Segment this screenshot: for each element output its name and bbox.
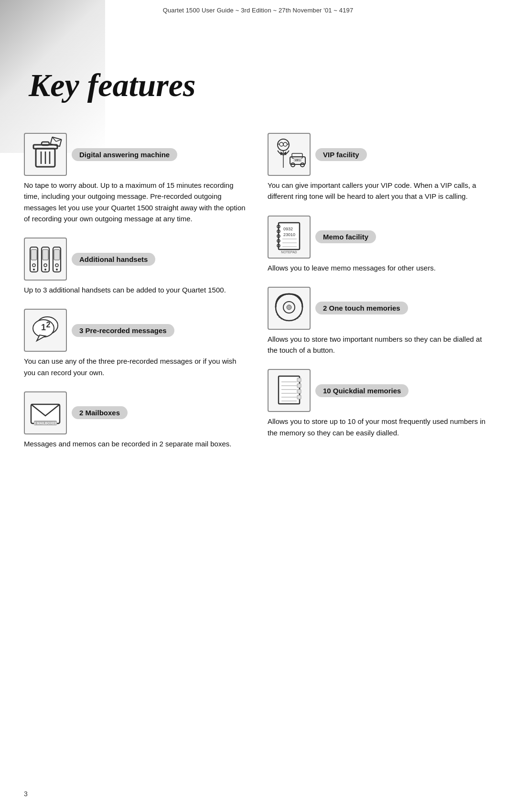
svg-text:VIP.1: VIP.1 — [295, 159, 301, 162]
feature-one-touch-memories: 2 One touch memories Allows you to store… — [268, 287, 492, 356]
feature-header: 10 Quickdial memories — [268, 369, 492, 412]
svg-line-34 — [278, 144, 280, 144]
svg-rect-62 — [297, 378, 301, 382]
digital-answering-machine-icon — [24, 133, 67, 176]
feature-header: 2 MAILBOXES 2 Mailboxes — [24, 391, 248, 434]
one-touch-memories-body: Allows you to store two important number… — [268, 334, 492, 356]
mailboxes-icon: 2 MAILBOXES — [24, 391, 67, 434]
additional-handsets-body: Up to 3 additional handsets can be added… — [24, 284, 248, 295]
feature-mailboxes: 2 MAILBOXES 2 Mailboxes Messages and mem… — [24, 391, 248, 449]
feature-additional-handsets: Additional handsets Up to 3 additional h… — [24, 238, 248, 295]
one-touch-memories-icon — [268, 287, 311, 330]
feature-header: 0932 23010 NOTEPAD Memo facility — [268, 216, 492, 259]
svg-point-12 — [33, 269, 35, 271]
svg-rect-40 — [292, 153, 302, 158]
vip-facility-title: VIP facility — [315, 148, 367, 161]
svg-point-20 — [56, 269, 58, 271]
svg-rect-18 — [54, 249, 60, 260]
svg-rect-2 — [42, 142, 49, 145]
memo-facility-body: Allows you to leave memo messages for ot… — [268, 262, 492, 273]
quickdial-memories-icon — [268, 369, 311, 412]
svg-rect-14 — [43, 249, 48, 260]
svg-text:1: 1 — [41, 323, 46, 332]
memo-facility-icon: 0932 23010 NOTEPAD — [268, 216, 311, 259]
digital-answering-machine-body: No tape to worry about. Up to a maximum … — [24, 180, 248, 224]
feature-digital-answering-machine: Digital answering machine No tape to wor… — [24, 133, 248, 224]
svg-text:2: 2 — [46, 321, 51, 329]
feature-header: VIP.1 VIP facility — [268, 133, 492, 176]
svg-point-15 — [44, 264, 47, 267]
feature-header: Digital answering machine — [24, 133, 248, 176]
digital-answering-machine-title: Digital answering machine — [72, 148, 177, 161]
quickdial-memories-title: 10 Quickdial memories — [315, 384, 408, 397]
svg-line-35 — [287, 144, 289, 144]
header-text: Quartet 1500 User Guide ~ 3rd Edition ~ … — [163, 7, 354, 14]
page-title: Key features — [0, 14, 516, 133]
one-touch-memories-title: 2 One touch memories — [315, 302, 408, 314]
svg-rect-63 — [297, 384, 301, 388]
feature-pre-recorded-messages: 2 1 3 Pre-recorded messages You can use … — [24, 309, 248, 378]
svg-text:23010: 23010 — [283, 232, 295, 237]
pre-recorded-messages-icon: 2 1 — [24, 309, 67, 352]
vip-facility-icon: VIP.1 — [268, 133, 311, 176]
feature-vip-facility: VIP.1 VIP facility You can give importan… — [268, 133, 492, 202]
page-number: 3 — [24, 790, 28, 798]
feature-header: Additional handsets — [24, 238, 248, 281]
quickdial-memories-body: Allows you to store up to 10 of your mos… — [268, 416, 492, 438]
additional-handsets-icon — [24, 238, 67, 281]
content-area: Digital answering machine No tape to wor… — [0, 133, 516, 482]
memo-facility-title: Memo facility — [315, 230, 376, 243]
left-column: Digital answering machine No tape to wor… — [24, 133, 248, 463]
additional-handsets-title: Additional handsets — [72, 253, 155, 266]
mailboxes-body: Messages and memos can be recorded in 2 … — [24, 438, 248, 449]
svg-text:0932: 0932 — [283, 227, 293, 231]
svg-point-16 — [44, 269, 46, 271]
pre-recorded-messages-body: You can use any of the three pre-recorde… — [24, 356, 248, 378]
svg-rect-65 — [297, 395, 301, 399]
mailboxes-title: 2 Mailboxes — [72, 406, 128, 419]
pre-recorded-messages-title: 3 Pre-recorded messages — [72, 324, 174, 337]
feature-header: 2 1 3 Pre-recorded messages — [24, 309, 248, 352]
right-column: VIP.1 VIP facility You can give importan… — [268, 133, 492, 463]
feature-header: 2 One touch memories — [268, 287, 492, 330]
svg-rect-10 — [31, 249, 37, 260]
svg-point-32 — [283, 142, 287, 146]
vip-facility-body: You can give important callers your VIP … — [268, 180, 492, 202]
svg-point-31 — [280, 142, 283, 146]
svg-text:2 MAILBOXES: 2 MAILBOXES — [34, 422, 57, 425]
feature-quickdial-memories: 10 Quickdial memories Allows you to stor… — [268, 369, 492, 438]
feature-memo-facility: 0932 23010 NOTEPAD Memo facility Allows … — [268, 216, 492, 273]
svg-point-60 — [287, 305, 291, 310]
svg-point-19 — [55, 264, 58, 267]
svg-point-11 — [32, 264, 35, 267]
svg-text:NOTEPAD: NOTEPAD — [281, 250, 297, 254]
svg-rect-61 — [279, 376, 300, 404]
svg-rect-64 — [297, 390, 301, 393]
